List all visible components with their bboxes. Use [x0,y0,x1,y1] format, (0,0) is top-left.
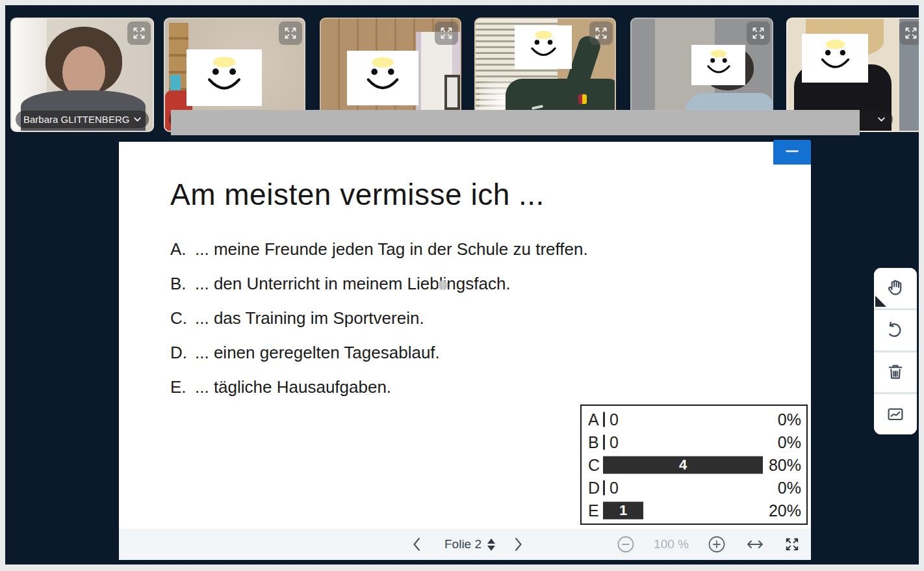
poll-row: C480% [582,453,806,476]
participant-name-pill[interactable]: Barbara GLITTENBERG [16,111,149,128]
poll-row: D00% [582,476,806,499]
poll-bar: 4 [603,456,763,473]
poll-percent: 80% [769,455,801,474]
expand-video-button[interactable] [435,21,458,45]
option-text: ... das Training im Sportverein. [195,308,424,343]
app-background: Barbara GLITTENBERG [5,5,919,564]
smiley-overlay [186,49,262,106]
option-letter: A. [170,239,195,274]
slide-title: Am meisten vermisse ich ... [170,177,545,212]
minus-icon [786,150,799,152]
poll-bar: 1 [603,501,643,519]
poll-option-letter: E [588,501,599,520]
poll-count: 0 [610,432,619,451]
option-letter: B. [170,274,195,308]
slide-number-label: Folie 2 [444,537,481,551]
option-text: ... tägliche Hausaufgaben. [195,377,391,412]
meeting-window: Barbara GLITTENBERG [0,0,924,571]
expand-video-button[interactable] [589,21,613,45]
smiley-icon [523,27,564,68]
expand-video-button[interactable] [747,21,770,45]
poll-option-letter: A [588,410,599,429]
smiley-overlay [515,25,572,69]
chevron-down-icon [134,117,141,122]
smiley-overlay [347,51,418,105]
expand-video-button[interactable] [899,21,919,45]
expand-arrows-icon [283,25,298,41]
zoom-level: 100 % [647,529,696,560]
next-slide-button[interactable] [506,529,532,560]
redaction-bar [171,110,860,135]
trash-icon [885,362,906,382]
undo-button[interactable] [874,310,917,351]
presentation-toolbar: Folie 2 100 % [119,529,811,560]
chevron-down-icon [878,117,885,122]
expand-video-button[interactable] [127,21,151,45]
prev-slide-button[interactable] [404,529,430,560]
webcam-video [578,94,587,104]
poll-count: 4 [679,457,687,473]
poll-count: 1 [619,502,627,519]
hand-tool-button[interactable] [874,268,917,308]
poll-option-letter: C [588,455,600,474]
expand-arrows-icon [131,25,147,41]
expand-arrows-icon [593,25,609,41]
smiley-icon [812,35,858,81]
smiley-overlay [691,45,745,85]
fullscreen-button[interactable] [776,529,808,560]
expand-arrows-icon [439,25,454,41]
undo-icon [885,320,906,341]
expand-video-button[interactable] [279,21,302,45]
presenter-pointer-dot [438,280,448,290]
plus-circle-icon [708,535,726,553]
poll-percent: 0% [778,432,801,451]
option-letter: C. [170,308,195,343]
poll-option-letter: D [588,478,600,497]
poll-percent: 20% [769,501,801,520]
poll-count: 0 [610,478,619,497]
delete-annotations-button[interactable] [874,352,917,393]
whiteboard-toolbar [874,268,917,434]
webcam-video [444,75,460,110]
arrow-left-right-icon [745,538,765,550]
poll-chart-button[interactable] [874,394,917,434]
poll-row: B00% [582,431,806,453]
poll-bar-zero-tick [603,434,605,449]
hand-icon [885,278,906,299]
poll-bar-zero-tick [603,480,605,495]
poll-percent: 0% [778,478,801,497]
poll-percent: 0% [778,410,801,429]
option-text: ... den Unterricht in meinem Lieblingsfa… [195,274,511,308]
minus-circle-icon [617,535,635,553]
chart-icon [885,404,906,425]
webcam-video [170,75,181,92]
poll-option-letter: B [588,432,599,451]
poll-row: A00% [582,408,806,431]
chevron-right-icon [514,537,523,552]
fit-width-button[interactable] [739,529,771,560]
chevron-left-icon [412,537,421,552]
slide-spinner-icon [487,538,495,551]
poll-count: 0 [610,410,619,429]
slide-option: C.... das Training im Sportverein. [170,308,664,343]
expand-arrows-icon [784,536,801,553]
minimize-presentation-button[interactable] [773,140,811,165]
slide-option: B.... den Unterricht in meinem Lieblings… [170,274,664,308]
expand-arrows-icon [751,25,766,41]
expand-arrows-icon [903,25,919,41]
option-letter: D. [170,343,195,377]
slide-option: D.... einen geregelten Tagesablauf. [170,343,664,377]
smiley-icon [198,51,251,105]
zoom-in-button[interactable] [702,529,731,560]
smiley-icon [357,52,409,104]
smiley-overlay [802,34,868,83]
poll-results-panel: A00%B00%C480%D00%E120% [580,405,808,525]
option-text: ... meine Freunde jeden Tag in der Schul… [195,239,588,274]
zoom-out-button[interactable] [611,529,640,560]
slide-option: A.... meine Freunde jeden Tag in der Sch… [170,239,664,274]
slide-option-list: A.... meine Freunde jeden Tag in der Sch… [170,239,664,412]
option-letter: E. [170,377,195,412]
smiley-icon [700,46,738,84]
video-tile: Barbara GLITTENBERG [10,18,154,132]
slide-selector[interactable]: Folie 2 [434,529,506,560]
